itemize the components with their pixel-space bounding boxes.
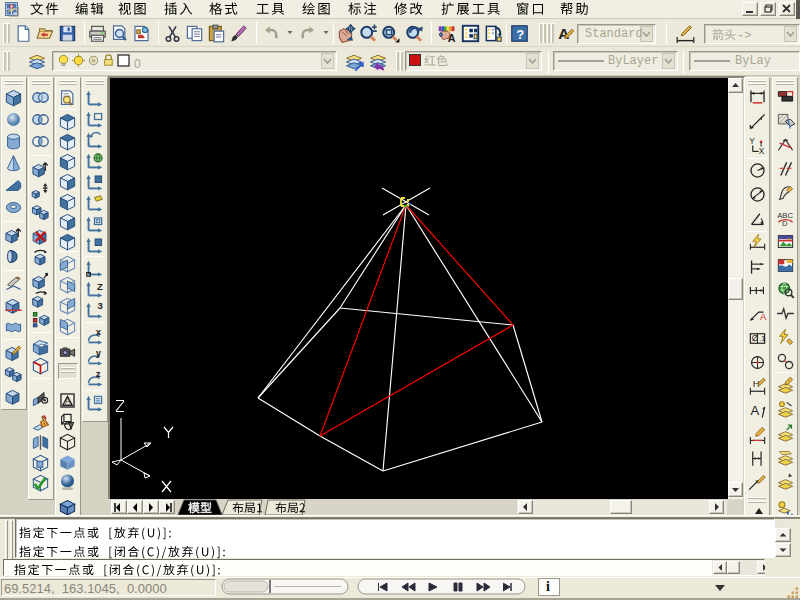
svg-text:A: A xyxy=(448,32,456,43)
svg-text:z: z xyxy=(96,369,101,379)
svg-text:Z: Z xyxy=(97,281,103,292)
svg-text:3: 3 xyxy=(97,301,102,311)
svg-text:D: D xyxy=(782,219,788,227)
svg-text:y: y xyxy=(96,348,102,358)
svg-text:Y: Y xyxy=(749,136,755,146)
svg-text:.1: .1 xyxy=(759,335,765,343)
svg-text:A: A xyxy=(65,396,71,406)
svg-text:A: A xyxy=(750,403,759,418)
svg-text:?: ? xyxy=(516,27,524,42)
svg-text:A: A xyxy=(760,311,767,322)
svg-text:Ø: Ø xyxy=(752,333,759,343)
svg-text:X: X xyxy=(759,146,765,155)
svg-text:x: x xyxy=(96,327,102,337)
